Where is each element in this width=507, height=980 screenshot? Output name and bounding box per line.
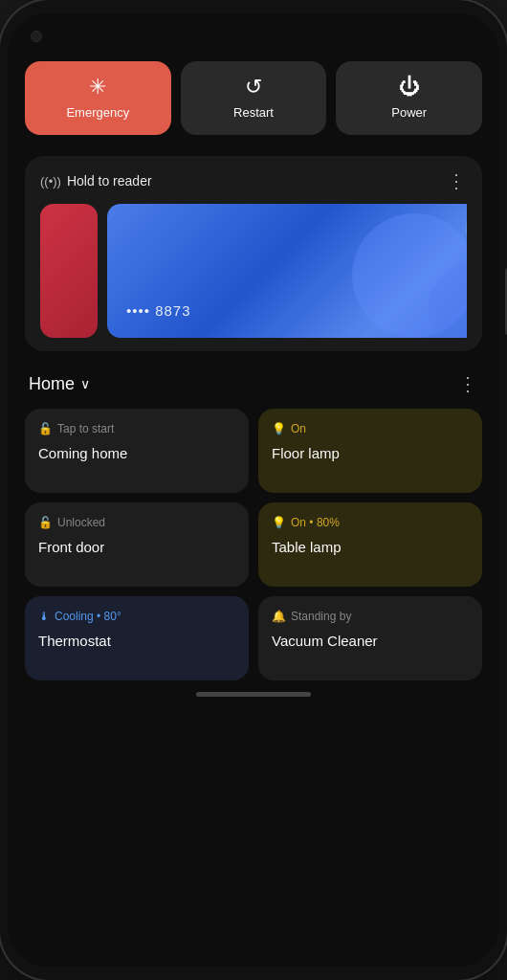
- power-label: Power: [391, 105, 427, 120]
- device-name-front-door: Front door: [38, 539, 235, 555]
- vacuum-icon: 🔔: [272, 610, 286, 623]
- device-name-coming-home: Coming home: [38, 445, 235, 461]
- restart-icon: ↺: [245, 77, 262, 98]
- front-camera: [31, 31, 42, 42]
- device-status-table-lamp: 💡 On • 80%: [272, 516, 469, 529]
- phone-frame: ✳ Emergency ↺ Restart ⏻ Power ((•)): [0, 0, 507, 980]
- device-card-coming-home[interactable]: 🔓 Tap to start Coming home: [25, 409, 249, 493]
- nfc-more-button[interactable]: ⋮: [447, 169, 467, 192]
- nfc-header: ((•)) Hold to reader ⋮: [40, 169, 467, 192]
- device-status-thermostat: 🌡 Cooling • 80°: [38, 610, 235, 623]
- device-card-thermostat[interactable]: 🌡 Cooling • 80° Thermostat: [25, 596, 249, 680]
- device-name-thermostat: Thermostat: [38, 633, 235, 649]
- home-indicator-bar: [196, 692, 311, 697]
- card-red-partial: [40, 204, 98, 338]
- power-button[interactable]: ⏻ Power: [336, 61, 482, 135]
- screen-content: ✳ Emergency ↺ Restart ⏻ Power ((•)): [8, 13, 499, 967]
- power-icon: ⏻: [399, 77, 420, 98]
- device-status-front-door: 🔓 Unlocked: [38, 516, 235, 529]
- phone-screen: ✳ Emergency ↺ Restart ⏻ Power ((•)): [8, 13, 499, 967]
- nfc-icon: ((•)): [40, 174, 61, 189]
- quick-actions-row: ✳ Emergency ↺ Restart ⏻ Power: [25, 61, 482, 135]
- device-card-vacuum-cleaner[interactable]: 🔔 Standing by Vacuum Cleaner: [258, 596, 482, 680]
- nfc-label: Hold to reader: [67, 173, 152, 189]
- nfc-title: ((•)) Hold to reader: [40, 173, 152, 189]
- emergency-icon: ✳: [89, 77, 106, 98]
- card-container: BANK •••• 8873: [40, 204, 467, 338]
- device-status-vacuum: 🔔 Standing by: [272, 610, 469, 623]
- nfc-section: ((•)) Hold to reader ⋮ BANK •••• 8873: [25, 156, 482, 351]
- coming-home-icon: 🔓: [38, 422, 53, 435]
- restart-label: Restart: [233, 105, 274, 120]
- floor-lamp-icon: 💡: [272, 422, 286, 435]
- device-grid: 🔓 Tap to start Coming home 💡 On Floor la…: [25, 409, 482, 680]
- device-card-table-lamp[interactable]: 💡 On • 80% Table lamp: [258, 502, 482, 587]
- device-name-floor-lamp: Floor lamp: [272, 445, 469, 461]
- home-section: Home ∨ ⋮ 🔓 Tap to start Coming home: [25, 372, 482, 680]
- thermostat-icon: 🌡: [38, 610, 50, 623]
- home-header: Home ∨ ⋮: [25, 372, 482, 395]
- card-bank-name: BANK: [465, 221, 467, 238]
- restart-button[interactable]: ↺ Restart: [181, 61, 327, 135]
- emergency-label: Emergency: [66, 105, 129, 120]
- emergency-button[interactable]: ✳ Emergency: [25, 61, 171, 135]
- device-name-vacuum: Vacuum Cleaner: [272, 633, 469, 649]
- card-number: •••• 8873: [126, 302, 191, 319]
- front-door-icon: 🔓: [38, 516, 53, 529]
- device-card-floor-lamp[interactable]: 💡 On Floor lamp: [258, 409, 482, 493]
- device-status-floor-lamp: 💡 On: [272, 422, 469, 435]
- table-lamp-icon: 💡: [272, 516, 286, 529]
- bank-card[interactable]: BANK •••• 8873: [107, 204, 467, 338]
- home-chevron-icon: ∨: [80, 376, 90, 391]
- device-card-front-door[interactable]: 🔓 Unlocked Front door: [25, 502, 249, 587]
- home-title-container[interactable]: Home ∨: [29, 374, 90, 394]
- home-label: Home: [29, 374, 75, 394]
- device-status-coming-home: 🔓 Tap to start: [38, 422, 235, 435]
- home-more-button[interactable]: ⋮: [458, 372, 478, 395]
- device-name-table-lamp: Table lamp: [272, 539, 469, 555]
